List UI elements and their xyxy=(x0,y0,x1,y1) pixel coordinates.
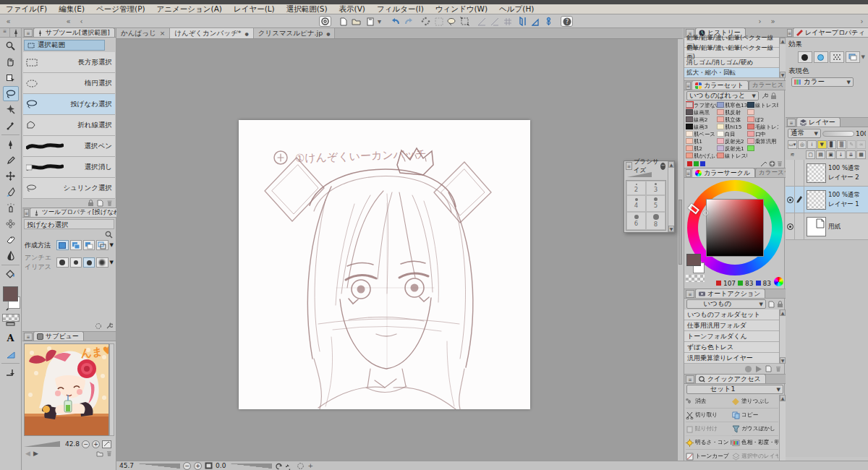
panel-menu-icon[interactable]: ≡ xyxy=(24,29,33,37)
color-swatch[interactable]: ぼ2 xyxy=(747,116,778,123)
prev-image-icon[interactable]: ◀ xyxy=(25,450,30,457)
autoaction-item[interactable]: いつものフォルダセット xyxy=(684,309,779,320)
trash-icon[interactable] xyxy=(775,366,781,372)
mask-icon[interactable]: ▭▾ xyxy=(788,140,797,149)
layer-thumbnail[interactable] xyxy=(807,190,826,210)
visibility-cell[interactable] xyxy=(786,187,795,213)
eye-icon[interactable] xyxy=(787,223,793,230)
brush-size-cell[interactable]: 8 xyxy=(646,212,665,230)
tool-blend[interactable] xyxy=(3,248,19,263)
history-scrollbar[interactable]: ▲▼ xyxy=(779,38,786,78)
tool-text[interactable]: A xyxy=(3,330,19,346)
zoom-out-icon[interactable]: − xyxy=(82,440,90,448)
menu-edit[interactable]: 編集(E) xyxy=(59,4,85,14)
color-swatch[interactable]: 毛線トレス xyxy=(747,123,778,130)
border-effect-white-icon[interactable] xyxy=(814,51,828,63)
qa-cut[interactable]: 切り取り xyxy=(686,409,732,422)
layer-name[interactable]: レイヤー 1 xyxy=(828,200,860,209)
method-subtract-icon[interactable] xyxy=(83,240,95,250)
zoom-in-icon[interactable]: + xyxy=(194,462,202,470)
snap-line-icon[interactable] xyxy=(516,16,529,27)
zoom-in-icon[interactable]: + xyxy=(92,440,100,448)
deselect-icon[interactable] xyxy=(420,16,432,27)
layers-tab[interactable]: レイヤー xyxy=(796,117,841,127)
canvas-vscrollbar[interactable] xyxy=(677,39,683,461)
play-icon[interactable] xyxy=(755,366,762,372)
colorset-tab[interactable]: カラーセット xyxy=(692,80,749,90)
panel-menu-icon[interactable]: ≡ xyxy=(686,82,691,90)
new-file-icon[interactable] xyxy=(337,16,349,27)
open-folder-icon[interactable] xyxy=(96,450,103,457)
qa-fill[interactable]: 塗りつぶし xyxy=(732,395,778,409)
subtool-group-header[interactable]: 選択範囲 xyxy=(24,40,105,51)
method-new-icon[interactable] xyxy=(56,240,68,250)
clip-icon[interactable]: i xyxy=(807,140,817,149)
layer-property-tab[interactable]: レイヤープロパティ xyxy=(793,27,868,37)
qa-brightness-contrast[interactable]: 明るさ・コントラスト xyxy=(686,436,732,450)
menu-view[interactable]: 表示(V) xyxy=(339,4,365,14)
color-swatch[interactable]: 線トレス明 xyxy=(717,152,748,159)
foreground-color-chip[interactable] xyxy=(3,286,18,302)
antialias-middle-icon[interactable] xyxy=(83,257,95,268)
effect-dropdown-icon[interactable]: ▼ xyxy=(861,54,865,60)
tool-fill[interactable] xyxy=(3,267,19,282)
color-swatch[interactable] xyxy=(747,108,778,116)
panel-menu-icon[interactable]: ≡ xyxy=(24,333,33,341)
qa-gaussian-blur[interactable]: ガウスぼかし xyxy=(732,422,778,436)
wrench-icon[interactable] xyxy=(106,322,113,330)
rotate-cw-icon[interactable] xyxy=(286,462,294,470)
tool-pen[interactable] xyxy=(3,137,19,152)
lock-icon[interactable] xyxy=(770,93,777,100)
merge-down-icon[interactable]: ⇊ xyxy=(846,150,856,159)
color-swatch[interactable]: 肌立体 xyxy=(717,116,748,123)
magnifier-icon[interactable] xyxy=(105,231,113,239)
draft-icon[interactable]: ▼ xyxy=(817,140,827,149)
color-wheel[interactable] xyxy=(687,180,783,275)
color-swatch[interactable]: 線画2 xyxy=(686,116,717,123)
tool-operation[interactable] xyxy=(3,70,19,85)
autoaction-preset-dropdown[interactable]: いつもの▼ xyxy=(686,299,766,309)
tool-auto-select[interactable] xyxy=(3,102,19,117)
color-swatch[interactable]: 反射光1 xyxy=(717,145,748,152)
brush-size-scrollbar[interactable]: ▲▼ xyxy=(668,161,674,232)
eye-icon[interactable] xyxy=(787,197,793,203)
eyedropper-small-icon[interactable] xyxy=(760,161,767,167)
color-swatch[interactable]: 線トレス暗 xyxy=(747,101,778,108)
blend-mode-dropdown[interactable]: 通常▼ xyxy=(788,129,821,138)
fit-screen-icon[interactable] xyxy=(205,462,213,469)
document-tab-3[interactable]: クリスマスルピナ.jp ● xyxy=(254,28,336,38)
color-swatch[interactable]: 肌hi15 xyxy=(717,123,748,130)
foreground-color-chip[interactable] xyxy=(686,254,701,266)
brush-size-cell[interactable]: 3 xyxy=(646,181,665,195)
ruler-icon[interactable]: ◎ xyxy=(798,140,807,149)
panel-menu-icon[interactable]: ≡ xyxy=(686,290,694,298)
subview-image[interactable]: んま♥ xyxy=(24,343,109,436)
saturation-value-square[interactable] xyxy=(706,199,764,257)
autoaction-tab[interactable]: オートアクション xyxy=(695,289,765,298)
panel-menu-icon[interactable]: ≡ xyxy=(787,119,796,127)
tool-palette-tabs[interactable]: ≡ xyxy=(0,28,21,38)
autoaction-item[interactable]: トーンフォルダくん xyxy=(684,331,779,342)
antialias-weak-icon[interactable] xyxy=(70,257,82,268)
tool-airbrush[interactable] xyxy=(3,200,19,215)
tool-move[interactable] xyxy=(3,168,19,184)
history-item[interactable]: 鉛筆/鉛筆/濃い鉛筆(ベクター線画) xyxy=(684,48,779,58)
antialias-dropdown-icon[interactable]: ▼ xyxy=(110,260,114,265)
color-swatch[interactable]: 線画3 xyxy=(686,123,717,130)
record-icon[interactable] xyxy=(745,366,752,372)
panel-menu-icon[interactable]: ≡ xyxy=(0,28,10,37)
help-icon[interactable]: ? xyxy=(561,16,573,27)
menu-selection[interactable]: 選択範囲(S) xyxy=(286,4,328,14)
redo-icon[interactable] xyxy=(403,16,415,27)
color-swatch[interactable]: 肌かげふち xyxy=(686,152,717,159)
menu-filter[interactable]: フィルター(I) xyxy=(377,4,424,14)
transform-icon[interactable] xyxy=(459,16,471,27)
zoom-out-icon[interactable]: − xyxy=(183,462,191,470)
reset-rotation-icon[interactable] xyxy=(297,462,305,470)
color-swatch[interactable]: 肌1 xyxy=(686,137,717,145)
add-swatch-icon[interactable] xyxy=(769,161,775,167)
color-swatch[interactable]: 白目 xyxy=(717,130,748,137)
trash-icon[interactable] xyxy=(777,161,783,167)
layer-row-1[interactable]: 100 %通常レイヤー 1 xyxy=(786,187,868,213)
panel-menu-icon[interactable]: ≡ xyxy=(626,162,632,170)
